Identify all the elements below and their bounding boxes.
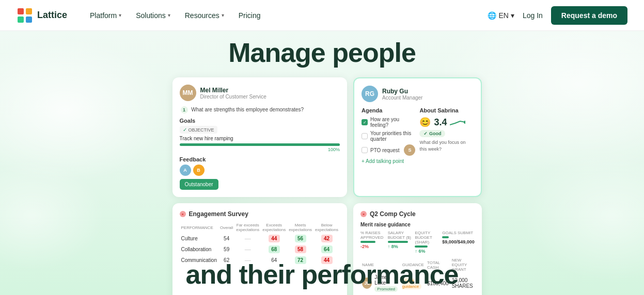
stat-goals: GOALS SUBMIT $9,000/$49,000 (442, 231, 475, 254)
stat-value: ↑ 6% (415, 249, 440, 254)
person-name: Mel Miller (200, 87, 266, 94)
trend-chart (450, 117, 465, 127)
nav-links: Platform ▾ Solutions ▾ Resources ▾ Prici… (84, 8, 488, 23)
stat-value: -2% (360, 244, 386, 249)
logo-text: Lattice (37, 10, 67, 21)
agenda-item-3: PTO request S (362, 144, 415, 156)
person-info: Ruby Gu Account Manager (382, 88, 422, 101)
card-header: × Engagement Survey (180, 210, 340, 218)
hero-title: Manage people (0, 37, 644, 68)
stat-bar (360, 241, 375, 243)
feedback-section: Feedback A B Outstanober (180, 156, 340, 190)
globe-icon: 🌐 (488, 11, 496, 20)
card-header: RG Ruby Gu Account Manager (362, 86, 474, 102)
stat-value: ↑ 8% (388, 244, 413, 249)
score-row: 😊 3.4 (419, 117, 473, 128)
row-label: Collaboration (180, 244, 218, 255)
agenda-item-1: ✓ How are you feeling? (362, 117, 415, 128)
svg-rect-2 (18, 17, 24, 23)
progress-bar-background (180, 143, 340, 146)
row-label: Culture (180, 233, 218, 244)
col-header-below: Below expectations (313, 222, 340, 233)
svg-rect-3 (26, 17, 32, 23)
goals-label: Goals (180, 118, 340, 124)
goals-section: Goals ✓ OBJECTIVE Track new hire ramping… (180, 118, 340, 152)
table-row: Culture 54 — 44 56 42 (180, 233, 340, 244)
close-icon[interactable]: × (180, 211, 186, 217)
progress-bar-fill (180, 143, 340, 146)
logo[interactable]: Lattice (17, 7, 67, 24)
chevron-down-icon: ▾ (511, 11, 514, 20)
emoji-face-icon: 😊 (419, 117, 431, 128)
row-meets: 58 (287, 244, 313, 255)
row-meets: 56 (287, 233, 313, 244)
stat-label: EQUITY BUDGET (SHAR) (415, 231, 440, 244)
performance-review-card: MM Mel Miller Director of Customer Servi… (172, 77, 348, 197)
merit-section: Merit raise guidance % RAISES APPROVED -… (360, 222, 475, 254)
feedback-label: Feedback (180, 156, 340, 162)
stat-raises: % RAISES APPROVED -2% (360, 231, 386, 254)
hero-subtitle: and their performance (0, 259, 644, 290)
avatar-small-1: A (180, 165, 191, 176)
col-header-meets: Meets expectations (287, 222, 313, 233)
card-header: MM Mel Miller Director of Customer Servi… (180, 85, 340, 101)
nav-platform[interactable]: Platform ▾ (84, 8, 128, 23)
nav-resources[interactable]: Resources ▾ (179, 8, 230, 23)
login-link[interactable]: Log In (523, 11, 543, 20)
avatar: RG (362, 86, 378, 102)
empty-checkbox (362, 133, 368, 139)
svg-point-4 (464, 121, 465, 124)
person-info: Mel Miller Director of Customer Service (200, 87, 266, 100)
about-title: About Sabrina (419, 107, 473, 113)
merit-stats-grid: % RAISES APPROVED -2% SALARY BUDGET ($) … (360, 231, 475, 254)
person-name: Ruby Gu (382, 88, 422, 95)
stat-bar (442, 236, 449, 238)
col-header-far-exceeds: Far exceeds expectations (234, 222, 261, 233)
row-exceeds: 68 (261, 244, 287, 255)
stat-bar (415, 245, 427, 248)
hero-section: Manage people MM Mel Miller Director of … (0, 31, 644, 295)
one-on-one-card: RG Ruby Gu Account Manager Agenda ✓ How … (353, 77, 482, 197)
nav-solutions[interactable]: Solutions ▾ (130, 8, 177, 23)
stat-value: $9,000/$49,000 (442, 239, 475, 244)
objective-tag: ✓ OBJECTIVE (180, 126, 217, 134)
outstanding-button[interactable]: Outstanober (180, 179, 218, 190)
request-demo-button[interactable]: Request a demo (551, 6, 627, 25)
col-header-exceeds: Exceeds expectations (261, 222, 287, 233)
stat-label: SALARY BUDGET ($) (388, 231, 413, 240)
stat-salary: SALARY BUDGET ($) ↑ 8% (388, 231, 413, 254)
avatar: MM (180, 85, 196, 101)
row-below: 42 (313, 233, 340, 244)
agenda-title: Agenda (362, 107, 415, 113)
nav-right: 🌐 EN ▾ Log In Request a demo (488, 6, 627, 25)
col-header-overall: Overall (218, 222, 234, 233)
row-overall: 59 (218, 244, 234, 255)
card-title: Q2 Comp Cycle (370, 210, 416, 218)
about-column: About Sabrina 😊 3.4 ✓ Good What did you (419, 107, 473, 164)
stat-bar (388, 241, 408, 243)
chevron-down-icon: ▾ (168, 12, 170, 18)
row-far-exceeds: — (234, 233, 261, 244)
check-icon: ✓ (183, 127, 187, 133)
add-talking-point-button[interactable]: + Add talking point (362, 158, 415, 164)
avatar-small-2: B (193, 165, 205, 176)
feedback-avatars: A B (180, 165, 340, 176)
person-title: Account Manager (382, 95, 422, 101)
avatar-small: S (404, 144, 415, 156)
navigation: Lattice Platform ▾ Solutions ▾ Resources… (0, 0, 644, 31)
card-title: Engagement Survey (189, 210, 248, 218)
row-far-exceeds: — (234, 244, 261, 255)
agenda-column: Agenda ✓ How are you feeling? Your prior… (362, 107, 415, 164)
empty-checkbox (362, 147, 368, 153)
lattice-logo-icon (17, 7, 33, 24)
nav-pricing[interactable]: Pricing (232, 8, 267, 23)
question-number-badge: 1 (181, 106, 188, 113)
language-selector[interactable]: 🌐 EN ▾ (488, 11, 514, 20)
row-overall: 54 (218, 233, 234, 244)
chevron-down-icon: ▾ (222, 12, 224, 18)
close-icon[interactable]: × (360, 211, 367, 217)
chevron-down-icon: ▾ (119, 12, 121, 18)
check-icon: ✓ (423, 131, 429, 136)
good-badge: ✓ Good (419, 130, 445, 137)
two-column-layout: Agenda ✓ How are you feeling? Your prior… (362, 107, 474, 164)
